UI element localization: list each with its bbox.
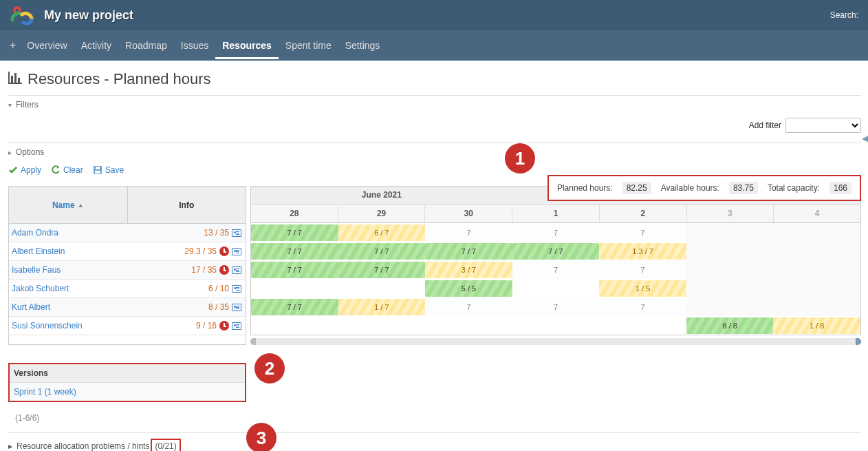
timeline-cell[interactable]: 7 / 7 xyxy=(338,260,426,279)
allocation-bar[interactable]: 7 / 7 xyxy=(512,243,600,260)
day-header[interactable]: 3 xyxy=(686,205,774,222)
allocation-bar[interactable]: 8 / 8 xyxy=(686,317,774,334)
day-header[interactable]: 29 xyxy=(338,205,425,222)
timeline-cell[interactable]: 7 xyxy=(425,297,512,316)
timeline-cell[interactable] xyxy=(773,297,860,316)
timeline-cell[interactable]: 7 xyxy=(512,260,600,279)
version-item[interactable]: Sprint 1 (1 week) xyxy=(10,383,245,401)
day-header[interactable]: 28 xyxy=(251,205,338,222)
resource-name-link[interactable]: Susi Sonnenschein xyxy=(12,321,83,331)
nav-roadmap[interactable]: Roadmap xyxy=(118,32,174,59)
allocation-bar[interactable]: 6 / 7 xyxy=(338,224,426,241)
timeline-cell[interactable] xyxy=(425,316,512,335)
vcard-icon[interactable] xyxy=(232,248,241,255)
vcard-icon[interactable] xyxy=(232,266,241,274)
resource-name-link[interactable]: Albert Einstein xyxy=(12,247,65,256)
allocation-bar[interactable]: 5 / 5 xyxy=(425,280,512,297)
apply-button[interactable]: Apply xyxy=(8,165,41,175)
timeline-cell[interactable] xyxy=(338,279,426,297)
vcard-icon[interactable] xyxy=(232,304,241,311)
clear-button[interactable]: Clear xyxy=(51,165,83,175)
allocation-bar[interactable]: 7 / 7 xyxy=(251,299,338,315)
timeline-cell[interactable]: 7 / 7 xyxy=(251,260,338,279)
timeline-cell[interactable] xyxy=(686,297,774,316)
timeline-cell[interactable]: 7 xyxy=(512,223,600,242)
timeline-cell[interactable]: 7 xyxy=(599,297,686,316)
timeline-cell[interactable] xyxy=(512,316,600,335)
timeline-cell[interactable]: 7 / 7 xyxy=(251,242,338,260)
resource-name-link[interactable]: Adam Ondra xyxy=(12,228,58,238)
timeline-cell[interactable]: 1 / 5 xyxy=(599,279,686,297)
timeline-cell[interactable] xyxy=(251,316,338,335)
timeline-cell[interactable]: 1.3 / 7 xyxy=(599,242,686,260)
timeline-cell[interactable] xyxy=(773,260,860,279)
timeline-cell[interactable]: 7 / 7 xyxy=(251,297,338,316)
allocation-bar[interactable]: 7 / 7 xyxy=(338,243,426,260)
allocation-bar[interactable]: 7 / 7 xyxy=(251,243,338,260)
timeline-cell[interactable] xyxy=(686,223,774,242)
timeline-cell[interactable]: 7 / 7 xyxy=(338,242,426,260)
timeline-cell[interactable] xyxy=(686,242,774,260)
allocation-bar[interactable]: 1.3 / 7 xyxy=(599,243,686,260)
horizontal-scrollbar[interactable] xyxy=(250,338,861,345)
nav-spent-time[interactable]: Spent time xyxy=(279,32,338,59)
column-header-name[interactable]: Name ▲ xyxy=(9,187,128,223)
timeline-cell[interactable]: 7 xyxy=(425,223,512,242)
problems-toggle[interactable]: ▸ Resource allocation problems / hints (… xyxy=(8,432,861,451)
allocation-bar[interactable]: 1 / 7 xyxy=(338,299,426,315)
allocation-bar[interactable]: 3 / 7 xyxy=(425,262,512,278)
timeline-cell[interactable] xyxy=(686,279,774,297)
allocation-bar[interactable]: 7 / 7 xyxy=(251,262,338,278)
timeline-cell[interactable]: 8 / 8 xyxy=(686,316,774,335)
allocation-bar[interactable]: 7 / 7 xyxy=(425,243,512,260)
nav-activity[interactable]: Activity xyxy=(74,32,118,59)
day-header[interactable]: 2 xyxy=(599,205,686,222)
timeline-cell[interactable]: 5 / 5 xyxy=(425,279,512,297)
timeline-cell[interactable] xyxy=(599,316,686,335)
save-button[interactable]: Save xyxy=(93,165,124,175)
timeline-cell[interactable] xyxy=(512,279,600,297)
add-filter-select[interactable] xyxy=(785,118,861,133)
timeline-cell[interactable]: 1 / 7 xyxy=(338,297,426,316)
timeline-cell[interactable] xyxy=(773,223,860,242)
expand-sidebar-icon[interactable]: ◀ xyxy=(862,134,868,143)
allocation-bar[interactable]: 1 / 5 xyxy=(599,280,686,297)
timeline-cell[interactable] xyxy=(251,279,338,297)
nav-settings[interactable]: Settings xyxy=(338,32,387,59)
nav-resources[interactable]: Resources xyxy=(215,32,279,59)
app-logo[interactable] xyxy=(10,5,34,25)
timeline-cell[interactable] xyxy=(773,279,860,297)
resource-name-link[interactable]: Isabelle Faus xyxy=(12,265,61,275)
project-title[interactable]: My new project xyxy=(44,8,133,23)
timeline-cell[interactable]: 7 xyxy=(599,223,686,242)
timeline-cell[interactable]: 7 / 7 xyxy=(425,242,512,260)
allocation-bar[interactable]: 7 / 7 xyxy=(251,224,338,241)
timeline-cell[interactable]: 1 / 8 xyxy=(773,316,860,335)
nav-issues[interactable]: Issues xyxy=(174,32,215,59)
filters-toggle[interactable]: Filters xyxy=(8,95,861,114)
timeline-cell[interactable] xyxy=(686,260,774,279)
vcard-icon[interactable] xyxy=(232,322,241,330)
timeline-cell[interactable]: 7 xyxy=(512,297,600,316)
column-header-info[interactable]: Info xyxy=(128,187,246,223)
day-header[interactable]: 4 xyxy=(773,205,860,222)
options-toggle[interactable]: Options xyxy=(8,143,861,161)
vcard-icon[interactable] xyxy=(232,285,241,293)
nav-overview[interactable]: Overview xyxy=(20,32,74,59)
add-menu-button[interactable]: + xyxy=(6,39,20,52)
search-label[interactable]: Search: xyxy=(830,10,858,20)
timeline-cell[interactable]: 7 xyxy=(599,260,686,279)
resource-name-link[interactable]: Jakob Schubert xyxy=(12,284,69,293)
resource-name-link[interactable]: Kurt Albert xyxy=(12,302,50,312)
vcard-icon[interactable] xyxy=(232,229,241,237)
timeline-cell[interactable]: 7 / 7 xyxy=(251,223,338,242)
timeline-cell[interactable]: 6 / 7 xyxy=(338,223,426,242)
timeline-cell[interactable] xyxy=(773,242,860,260)
allocation-bar[interactable]: 1 / 8 xyxy=(773,317,860,334)
allocation-bar[interactable]: 7 / 7 xyxy=(338,262,426,278)
scroll-thumb-left[interactable] xyxy=(250,338,256,345)
timeline-cell[interactable]: 7 / 7 xyxy=(512,242,600,260)
timeline-cell[interactable] xyxy=(338,316,426,335)
scroll-thumb-right[interactable] xyxy=(856,338,861,345)
timeline-cell[interactable]: 3 / 7 xyxy=(425,260,512,279)
